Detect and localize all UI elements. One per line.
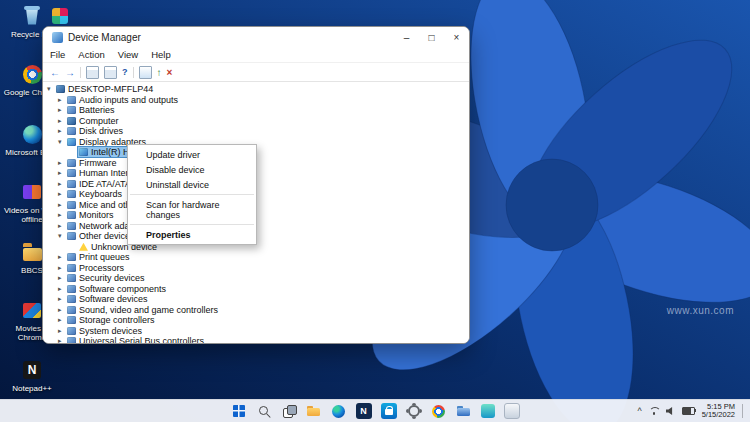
tree-item[interactable]: Universal Serial Bus controllers [43, 336, 469, 343]
chevron-icon[interactable] [58, 211, 66, 219]
context-menu-item[interactable] [130, 194, 254, 195]
chevron-icon[interactable] [58, 201, 66, 209]
desktop-icon-label: BBCS [21, 266, 43, 275]
desktop-icon[interactable]: Notepad++ [0, 358, 64, 393]
context-menu-item[interactable]: Uninstall device [128, 177, 256, 192]
google-chrome[interactable] [431, 403, 447, 419]
context-menu-item[interactable]: Disable device [128, 162, 256, 177]
chevron-icon[interactable] [58, 253, 66, 261]
pinned-app-teal[interactable] [481, 404, 495, 418]
chevron-icon[interactable] [58, 96, 66, 104]
menu-item[interactable]: Action [78, 49, 104, 60]
menu-item[interactable]: Help [151, 49, 171, 60]
start-button[interactable] [231, 403, 247, 419]
toolbar-separator[interactable] [80, 67, 81, 78]
device-category-icon [67, 327, 76, 335]
chevron-icon[interactable] [58, 117, 66, 125]
pinned-folder[interactable] [456, 403, 472, 419]
volume-icon[interactable] [666, 407, 675, 415]
microsoft-edge[interactable] [331, 403, 347, 419]
chevron-icon[interactable] [58, 232, 66, 240]
menu-bar: File Action View Help [43, 47, 469, 63]
tree-item[interactable]: System devices [43, 326, 469, 337]
chevron-icon[interactable] [58, 295, 66, 303]
tree-item[interactable]: Disk drives [43, 126, 469, 137]
chevron-icon[interactable] [58, 327, 66, 335]
toolbar-separator[interactable] [133, 67, 134, 78]
wifi-icon[interactable] [649, 407, 659, 415]
desktop-icon-art [20, 240, 44, 264]
tree-item[interactable]: Security devices [43, 273, 469, 284]
context-menu-item[interactable]: Scan for hardware changes [128, 197, 256, 222]
file-explorer[interactable] [306, 403, 322, 419]
tree-item[interactable]: Processors [43, 263, 469, 274]
task-view-button[interactable] [281, 403, 297, 419]
context-menu-item[interactable]: Properties [128, 227, 256, 242]
back-button[interactable]: ← [50, 67, 60, 78]
scan-hardware-button[interactable] [139, 66, 152, 79]
minimize-button[interactable]: – [394, 27, 419, 47]
watermark: www.xun.com [667, 305, 734, 316]
chevron-icon[interactable] [58, 190, 66, 198]
context-menu-item[interactable] [130, 224, 254, 225]
tree-item-label: Disk drives [79, 126, 123, 136]
context-menu-item[interactable]: Update driver [128, 147, 256, 162]
chevron-icon[interactable] [58, 306, 66, 314]
device-category-icon [67, 295, 76, 303]
tree-item-label: Audio inputs and outputs [79, 95, 178, 105]
pinned-app-gray[interactable] [504, 403, 520, 419]
uninstall-device-button[interactable]: × [167, 67, 173, 78]
tree-item-label: Keyboards [79, 189, 122, 199]
chevron-icon[interactable] [58, 180, 66, 188]
chevron-icon[interactable] [58, 138, 66, 146]
chevron-icon[interactable] [58, 169, 66, 177]
chevron-icon[interactable] [58, 264, 66, 272]
microsoft-store[interactable] [381, 403, 397, 419]
maximize-button[interactable]: □ [419, 27, 444, 47]
show-desktop-button[interactable] [742, 404, 745, 418]
chevron-icon[interactable] [58, 127, 66, 135]
device-category-icon [56, 85, 65, 93]
device-category-icon [67, 159, 76, 167]
desktop-icon-art [20, 122, 44, 146]
tree-item-label: DESKTOP-MFFLP44 [68, 84, 153, 94]
clock[interactable]: 5:15 PM 5/15/2022 [702, 403, 735, 420]
tree-item[interactable]: Software components [43, 284, 469, 295]
window-titlebar[interactable]: Device Manager – □ × [43, 27, 469, 47]
console-tree-button[interactable] [86, 66, 99, 79]
desktop-icon-label: Notepad++ [12, 384, 52, 393]
chevron-icon[interactable] [58, 159, 66, 167]
properties-toolbar-button[interactable] [104, 66, 117, 79]
notepad[interactable]: N [356, 403, 372, 419]
chevron-icon[interactable] [58, 274, 66, 282]
tree-item[interactable]: Sound, video and game controllers [43, 305, 469, 316]
tree-item[interactable]: Computer [43, 116, 469, 127]
device-category-icon [67, 316, 76, 324]
tree-item[interactable]: Batteries [43, 105, 469, 116]
tree-item[interactable]: Storage controllers [43, 315, 469, 326]
battery-icon[interactable] [682, 407, 695, 415]
chevron-icon[interactable] [58, 285, 66, 293]
chevron-icon[interactable] [58, 106, 66, 114]
tree-item[interactable]: Print queues [43, 252, 469, 263]
help-button[interactable]: ? [122, 67, 128, 77]
forward-button[interactable]: → [65, 67, 75, 78]
chevron-icon[interactable] [47, 85, 55, 93]
chevron-icon[interactable] [58, 222, 66, 230]
device-category-icon [67, 96, 76, 104]
chevron-icon[interactable] [58, 316, 66, 324]
tree-item[interactable]: Software devices [43, 294, 469, 305]
search-button[interactable] [256, 403, 272, 419]
tree-item[interactable]: DESKTOP-MFFLP44 [43, 84, 469, 95]
tray-date: 5/15/2022 [702, 411, 735, 420]
update-driver-button[interactable]: ↑ [157, 67, 162, 78]
tray-overflow-chevron[interactable]: ^ [637, 407, 641, 415]
settings[interactable] [406, 403, 422, 419]
tree-item[interactable]: Audio inputs and outputs [43, 95, 469, 106]
chevron-icon[interactable] [58, 337, 66, 343]
menu-item[interactable]: File [50, 49, 65, 60]
tree-item-label: Batteries [79, 105, 115, 115]
menu-item[interactable]: View [118, 49, 138, 60]
close-button[interactable]: × [444, 27, 469, 47]
taskbar: N ^ 5:15 PM 5/15/2022 [0, 399, 750, 422]
